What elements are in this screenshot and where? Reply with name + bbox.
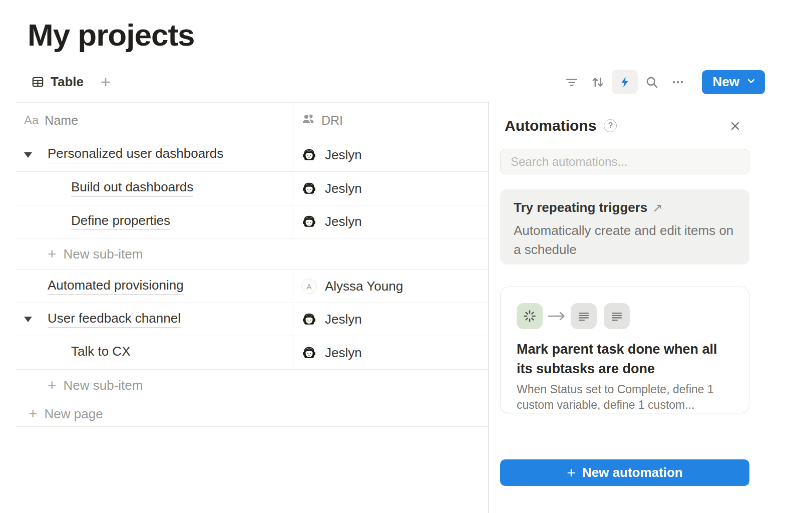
- page-name-link[interactable]: Automated provisioning: [48, 278, 184, 295]
- panel-title: Automations: [505, 117, 596, 134]
- sort-button[interactable]: [585, 70, 611, 94]
- new-button[interactable]: New: [702, 70, 765, 94]
- plus-icon: +: [29, 406, 38, 421]
- new-button-label: New: [713, 74, 739, 90]
- close-icon[interactable]: [729, 120, 741, 132]
- table-row[interactable]: Personalized user dashboards: [16, 138, 488, 172]
- collapse-toggle-icon[interactable]: [24, 152, 32, 158]
- jeslyn-avatar: [301, 181, 317, 196]
- alyssa-avatar: A: [301, 279, 317, 294]
- table-header-row: Aa Name DRI: [16, 103, 488, 138]
- collapse-toggle-icon[interactable]: [24, 317, 32, 322]
- chevron-down-icon[interactable]: [746, 76, 756, 88]
- dri-cell[interactable]: Jeslyn: [292, 205, 488, 238]
- new-sub-item-row[interactable]: + New sub-item: [16, 370, 488, 401]
- promo-description: Automatically create and edit items on a…: [514, 221, 736, 259]
- jeslyn-avatar: [301, 345, 317, 361]
- column-header-name[interactable]: Aa Name: [16, 103, 292, 138]
- dri-cell[interactable]: Jeslyn: [292, 336, 488, 369]
- page-name-link[interactable]: Build out dashboards: [71, 180, 193, 197]
- page-name-link[interactable]: User feedback channel: [48, 311, 181, 328]
- plus-icon: +: [48, 378, 57, 393]
- dri-person-name: Alyssa Young: [325, 279, 403, 294]
- add-view-button[interactable]: +: [101, 73, 111, 90]
- new-sub-item-row[interactable]: + New sub-item: [16, 238, 488, 270]
- page-name-link[interactable]: Personalized user dashboards: [48, 146, 223, 163]
- dri-person-name: Jeslyn: [325, 312, 362, 327]
- dri-column-label: DRI: [321, 113, 343, 128]
- toolbar: New: [559, 70, 765, 94]
- search-button[interactable]: [639, 70, 665, 94]
- automation-card[interactable]: Mark parent task done when all its subta…: [500, 287, 749, 413]
- dri-person-name: Jeslyn: [325, 147, 362, 163]
- view-bar: Table +: [31, 70, 111, 94]
- arrow-right-icon: [546, 310, 568, 323]
- page-name-link[interactable]: Define properties: [71, 213, 170, 230]
- repeating-triggers-card[interactable]: Try repeating triggers ↗ Automatically c…: [500, 189, 749, 265]
- page-name-link[interactable]: Talk to CX: [71, 344, 131, 361]
- action-text-icon: [571, 303, 597, 329]
- filter-button[interactable]: [559, 70, 585, 94]
- new-automation-button[interactable]: + New automation: [500, 459, 749, 486]
- external-link-arrow-icon: ↗: [652, 201, 662, 215]
- promo-title: Try repeating triggers: [514, 200, 647, 215]
- tab-table-view[interactable]: Table: [31, 74, 84, 90]
- table-row[interactable]: Build out dashboards: [16, 172, 488, 205]
- table-row[interactable]: Define properties: [16, 205, 488, 238]
- table-row[interactable]: Talk to CX: [16, 336, 488, 370]
- dri-cell[interactable]: Jeslyn: [292, 138, 488, 171]
- automation-title: Mark parent task done when all its subta…: [517, 340, 733, 379]
- dri-person-name: Jeslyn: [325, 345, 362, 361]
- new-page-label: New page: [45, 406, 103, 422]
- help-icon[interactable]: ?: [604, 119, 617, 132]
- dri-cell[interactable]: Jeslyn: [292, 303, 488, 336]
- action-text-icon: [604, 303, 630, 329]
- table-view-icon: [31, 75, 45, 89]
- people-icon: [301, 112, 315, 129]
- projects-table: Aa Name DRI Personalized user d: [16, 102, 488, 427]
- dri-cell[interactable]: Jeslyn: [292, 172, 488, 205]
- tab-table-label: Table: [51, 74, 84, 90]
- automation-description: When Status set to Complete, define 1 cu…: [517, 382, 733, 413]
- jeslyn-avatar: [301, 214, 317, 229]
- automations-button-active[interactable]: [612, 70, 638, 94]
- new-sub-item-label: New sub-item: [64, 246, 143, 262]
- plus-icon: +: [567, 465, 576, 480]
- plus-icon: +: [48, 246, 57, 262]
- more-options-button[interactable]: [665, 70, 691, 94]
- search-automations-input[interactable]: [501, 149, 749, 174]
- dri-person-name: Jeslyn: [325, 214, 362, 229]
- column-header-dri[interactable]: DRI: [292, 103, 488, 138]
- page-title: My projects: [28, 17, 195, 53]
- new-automation-label: New automation: [582, 465, 683, 480]
- automations-panel: Automations ? Try repeating triggers ↗ A…: [489, 102, 812, 513]
- jeslyn-avatar: [301, 312, 317, 327]
- text-type-icon: Aa: [24, 113, 39, 127]
- jeslyn-avatar: [301, 147, 317, 163]
- search-box: [500, 149, 749, 174]
- new-sub-item-label: New sub-item: [64, 378, 143, 393]
- table-row[interactable]: User feedback channel: [16, 303, 488, 336]
- dri-person-name: Jeslyn: [325, 181, 362, 196]
- table-row[interactable]: Automated provisioning A Alyssa Young: [16, 270, 488, 303]
- trigger-status-icon: [517, 303, 543, 329]
- notion-database-page: My projects Table +: [0, 0, 812, 513]
- new-page-row[interactable]: + New page: [16, 401, 488, 427]
- name-column-label: Name: [45, 113, 78, 128]
- dri-cell[interactable]: A Alyssa Young: [292, 270, 488, 303]
